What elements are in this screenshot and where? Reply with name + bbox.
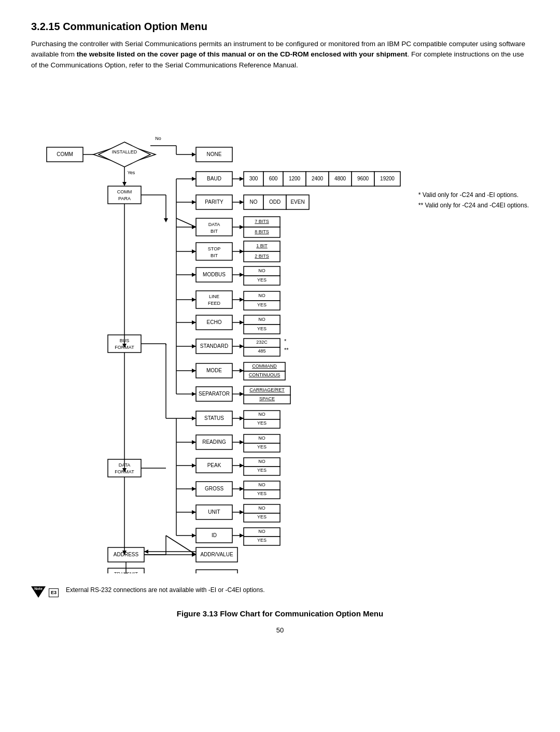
svg-marker-74 [192, 249, 196, 254]
svg-text:NO: NO [258, 505, 265, 511]
svg-marker-202 [240, 487, 244, 491]
svg-marker-178 [192, 440, 196, 444]
svg-text:PEAK: PEAK [207, 462, 221, 468]
svg-text:19200: 19200 [380, 175, 395, 181]
svg-text:MODBUS: MODBUS [203, 271, 226, 277]
svg-text:ID: ID [212, 532, 217, 538]
svg-text:YES: YES [257, 491, 267, 496]
svg-marker-47 [192, 200, 196, 204]
svg-text:300: 300 [249, 175, 258, 181]
svg-text:485: 485 [258, 348, 265, 354]
svg-text:STANDARD: STANDARD [200, 343, 228, 348]
svg-text:BIT: BIT [211, 253, 218, 258]
svg-text:Yes: Yes [128, 170, 135, 175]
svg-text:YES: YES [257, 514, 267, 519]
svg-text:CONTINUOUS: CONTINUOUS [249, 372, 281, 377]
page-number: 50 [31, 626, 529, 634]
svg-text:9600: 9600 [357, 175, 369, 181]
asterisk2-note: ** Valid only for -C24 and -C4EI options… [418, 202, 529, 209]
svg-text:NO: NO [258, 435, 265, 441]
svg-text:YES: YES [257, 538, 267, 543]
svg-text:COMMAND: COMMAND [252, 363, 277, 369]
svg-marker-64 [240, 225, 244, 229]
svg-text:4800: 4800 [334, 175, 346, 181]
svg-marker-222 [192, 533, 196, 538]
svg-marker-246 [124, 573, 128, 573]
svg-text:NO: NO [250, 199, 258, 204]
svg-text:FEED: FEED [208, 301, 221, 306]
svg-marker-126 [192, 344, 196, 348]
svg-text:1 BIT: 1 BIT [256, 243, 268, 248]
svg-marker-76 [240, 249, 244, 254]
svg-text:ADDR/VALUE: ADDR/VALUE [200, 551, 233, 557]
svg-marker-180 [240, 440, 244, 444]
svg-text:MODE: MODE [206, 367, 222, 373]
svg-text:GROSS: GROSS [205, 485, 223, 491]
svg-text:YES: YES [257, 444, 267, 449]
svg-marker-26 [192, 177, 196, 181]
svg-text:EVEN: EVEN [290, 199, 304, 204]
svg-marker-141 [240, 369, 244, 373]
svg-marker-85 [192, 273, 196, 277]
svg-marker-16 [122, 182, 127, 186]
svg-text:STATUS: STATUS [204, 415, 224, 420]
svg-text:NO: NO [258, 482, 265, 487]
section-heading: 3.2.15 Communication Option Menu [31, 21, 529, 33]
svg-text:NO: NO [258, 317, 265, 322]
svg-text:CARRIAGE/RET: CARRIAGE/RET [249, 387, 285, 392]
svg-text:COMM: COMM [117, 189, 132, 194]
svg-text:YES: YES [257, 468, 267, 473]
svg-text:2400: 2400 [312, 175, 324, 181]
svg-marker-87 [240, 273, 244, 277]
svg-marker-161 [192, 416, 196, 420]
svg-text:600: 600 [269, 175, 278, 181]
svg-text:7 BITS: 7 BITS [255, 219, 269, 224]
svg-rect-249 [196, 570, 237, 573]
svg-marker-191 [240, 463, 244, 468]
svg-text:NO: NO [258, 293, 265, 298]
svg-marker-49 [240, 200, 244, 204]
svg-marker-110 [240, 320, 244, 325]
flowchart-svg: COMM INSTALLED No NONE Yes [31, 81, 413, 575]
svg-text:COMM: COMM [57, 151, 73, 157]
svg-text:NO: NO [258, 412, 265, 417]
svg-text:ADDRESS: ADDRESS [114, 551, 139, 557]
svg-text:ODD: ODD [269, 199, 281, 204]
svg-marker-211 [192, 510, 196, 514]
svg-marker-62 [192, 225, 196, 229]
svg-text:READING: READING [202, 439, 226, 444]
svg-text:8 BITS: 8 BITS [255, 229, 269, 234]
svg-text:UNIT: UNIT [208, 509, 220, 514]
svg-marker-108 [192, 320, 196, 325]
svg-text:SPACE: SPACE [259, 396, 275, 401]
svg-text:2 BITS: 2 BITS [255, 254, 269, 259]
svg-text:PARA: PARA [118, 196, 131, 201]
svg-text:YES: YES [257, 302, 267, 307]
svg-marker-11 [192, 152, 196, 157]
svg-marker-128 [240, 344, 244, 348]
svg-marker-152 [240, 392, 244, 396]
svg-text:YES: YES [257, 326, 267, 331]
svg-text:INSTALLED: INSTALLED [112, 149, 137, 154]
svg-text:DATA: DATA [208, 222, 220, 227]
svg-marker-97 [192, 298, 196, 302]
svg-marker-241 [144, 550, 148, 554]
svg-text:PARITY: PARITY [205, 199, 223, 204]
svg-text:*: * [284, 338, 287, 344]
svg-marker-163 [240, 416, 244, 420]
svg-marker-22 [164, 218, 168, 222]
svg-text:YES: YES [257, 420, 267, 426]
asterisk1-note: * Valid only for -C24 and -EI options. [418, 191, 519, 199]
bottom-note: Note E3 External RS-232 connections are … [31, 585, 529, 601]
svg-marker-200 [192, 487, 196, 491]
svg-text:No: No [155, 136, 161, 141]
svg-text:NO: NO [258, 268, 265, 273]
svg-text:BAUD: BAUD [207, 175, 221, 181]
svg-text:STOP: STOP [208, 246, 220, 251]
svg-marker-224 [240, 533, 244, 538]
svg-text:YES: YES [257, 277, 267, 283]
svg-text:NONE: NONE [207, 151, 222, 157]
svg-text:SEPARATOR: SEPARATOR [199, 390, 230, 396]
intro-paragraph: Purchasing the controller with Serial Co… [31, 39, 529, 71]
svg-text:NO: NO [258, 459, 265, 464]
